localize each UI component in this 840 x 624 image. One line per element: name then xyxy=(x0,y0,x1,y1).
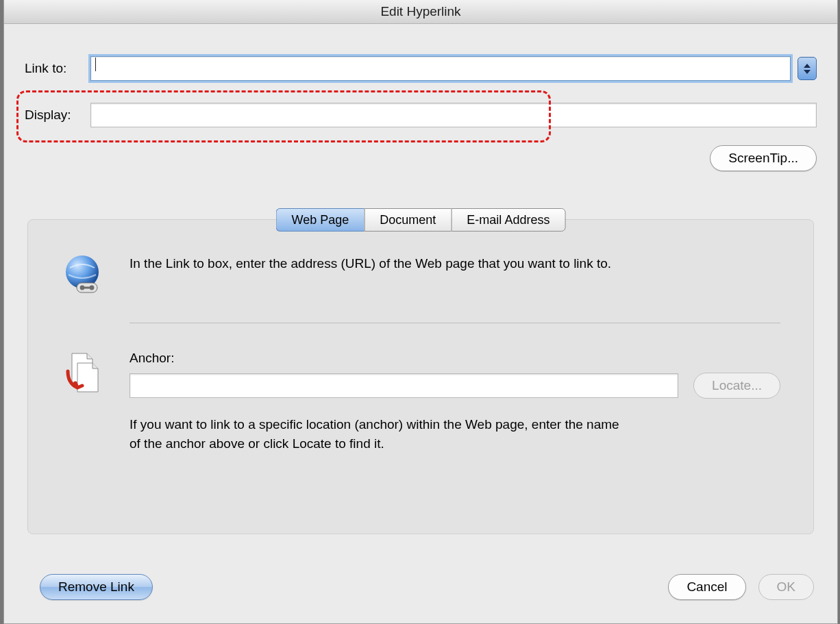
text-caret xyxy=(95,58,96,71)
tab-web-page[interactable]: Web Page xyxy=(276,208,365,232)
anchor-pages-icon xyxy=(61,351,105,395)
link-to-label: Link to: xyxy=(25,61,90,76)
tab-email-address[interactable]: E-mail Address xyxy=(451,208,565,232)
remove-link-button[interactable]: Remove Link xyxy=(40,574,153,600)
url-help-text: In the Link to box, enter the address (U… xyxy=(129,254,623,273)
anchor-section: Anchor: Locate... If you want to link to… xyxy=(61,351,780,453)
anchor-input[interactable] xyxy=(129,373,678,398)
dialog-title: Edit Hyperlink xyxy=(4,0,837,24)
svg-point-2 xyxy=(80,286,85,290)
link-to-combo-stepper[interactable] xyxy=(798,57,817,80)
anchor-label: Anchor: xyxy=(129,351,780,366)
tab-document[interactable]: Document xyxy=(364,208,451,232)
screentip-wrap: ScreenTip... xyxy=(710,145,817,171)
display-label: Display: xyxy=(25,108,90,123)
display-row: Display: xyxy=(25,103,817,127)
anchor-help-text: If you want to link to a specific locati… xyxy=(129,415,623,453)
globe-link-icon xyxy=(61,254,105,295)
hyperlink-type-tabs: Web Page Document E-mail Address xyxy=(276,208,566,232)
locate-button[interactable]: Locate... xyxy=(693,373,780,399)
link-to-row: Link to: xyxy=(25,56,817,81)
edit-hyperlink-dialog: Edit Hyperlink Link to: Display: ScreenT… xyxy=(3,0,838,624)
link-to-input[interactable] xyxy=(90,56,791,81)
chevron-up-icon xyxy=(804,64,811,68)
screentip-button[interactable]: ScreenTip... xyxy=(710,145,817,171)
display-input[interactable] xyxy=(90,103,817,127)
cancel-button[interactable]: Cancel xyxy=(668,574,745,600)
panel-divider xyxy=(129,323,780,323)
svg-point-3 xyxy=(90,286,95,290)
web-page-panel: In the Link to box, enter the address (U… xyxy=(27,219,814,534)
url-help-section: In the Link to box, enter the address (U… xyxy=(61,254,780,295)
chevron-down-icon xyxy=(804,70,811,74)
ok-button[interactable]: OK xyxy=(758,574,814,600)
dialog-footer: Remove Link Cancel OK xyxy=(27,574,814,600)
